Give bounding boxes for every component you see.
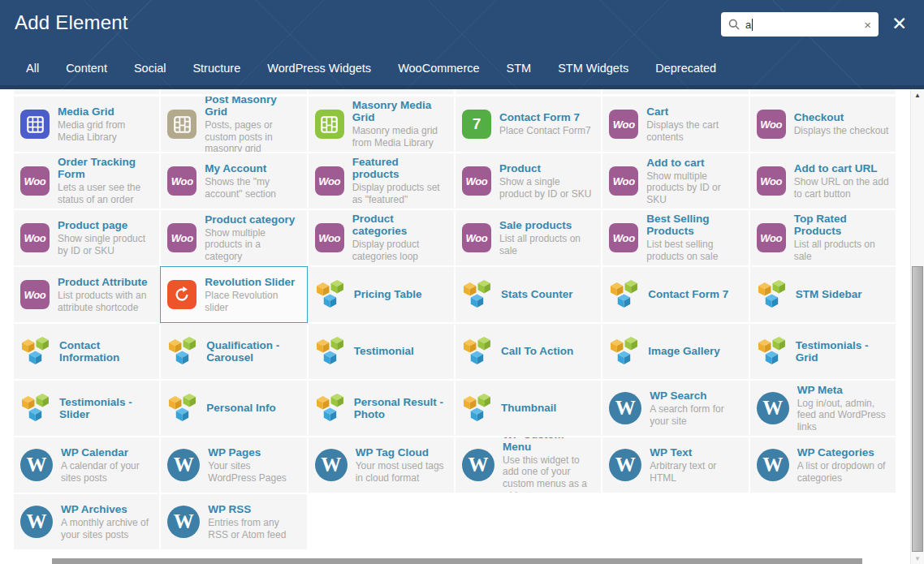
element-card-wp-tag-cloud[interactable]: WWP Tag CloudYour most used tags in clou… xyxy=(309,437,454,493)
element-card-partial[interactable] xyxy=(161,89,306,94)
element-card-product-page[interactable]: WooProduct pageShow single product by ID… xyxy=(14,210,159,265)
element-card-product-category[interactable]: WooProduct categoryShow multiple product… xyxy=(161,210,306,265)
element-card-text: ProductShow a single product by ID or SK… xyxy=(499,162,594,200)
element-card-partial[interactable] xyxy=(456,89,601,94)
search-input-value[interactable]: a xyxy=(745,19,751,31)
element-title: Contact Form 7 xyxy=(648,288,741,300)
element-card-contact-information[interactable]: Contact Information xyxy=(14,324,159,379)
element-card-personal-info[interactable]: Personal Info xyxy=(161,381,306,436)
element-card-product-categories[interactable]: WooProduct categoriesDisplay product cat… xyxy=(309,210,454,265)
element-title: Qualification - Carousel xyxy=(206,339,300,364)
tab-stm-widgets[interactable]: STM Widgets xyxy=(558,62,628,75)
element-card-text: Media GridMedia grid from Media Library xyxy=(58,105,153,143)
element-card-featured-products[interactable]: WooFeatured productsDisplay products set… xyxy=(309,153,454,209)
element-title: Order Tracking Form xyxy=(58,156,153,180)
element-card-personal-result-photo[interactable]: Personal Result - Photo xyxy=(309,381,454,436)
search-input[interactable]: a × xyxy=(721,12,879,37)
element-card-text: WP ArchivesA monthly archive of your sit… xyxy=(61,503,153,540)
wordpress-icon: W xyxy=(757,392,789,424)
element-card-contact-form-7[interactable]: 7Contact Form 7Place Contact Form7 xyxy=(456,97,601,152)
tab-structure[interactable]: Structure xyxy=(192,62,240,75)
element-card-text: Product AttributeList products with an a… xyxy=(58,276,153,313)
tab-woocommerce[interactable]: WooCommerce xyxy=(398,62,479,75)
element-card-thumbnail[interactable]: Thumbnail xyxy=(456,381,601,436)
partial-row xyxy=(14,89,896,94)
element-description: Posts, pages or custom posts in masonry … xyxy=(205,119,300,152)
element-card-call-to-action[interactable]: Call To Action xyxy=(456,324,601,379)
element-card-checkout[interactable]: WooCheckoutDisplays the checkout xyxy=(750,97,896,152)
element-card-masonry-media-grid[interactable]: Masonry Media GridMasonry media grid fro… xyxy=(309,97,454,152)
element-card-partial[interactable] xyxy=(14,89,159,94)
element-card-testimonials-grid[interactable]: Testimonials - Grid xyxy=(750,324,896,379)
woocommerce-icon: Woo xyxy=(757,166,786,196)
scrollbar-thumb[interactable] xyxy=(912,266,923,552)
element-card-partial[interactable] xyxy=(750,89,896,94)
element-title: Product page xyxy=(58,219,153,231)
stm-cubes-icon xyxy=(462,336,493,367)
tab-wordpress-widgets[interactable]: WordPress Widgets xyxy=(267,62,371,75)
close-icon[interactable]: ✕ xyxy=(892,13,907,35)
element-card-testimonial[interactable]: Testimonial xyxy=(309,324,454,379)
element-card-wp-archives[interactable]: WWP ArchivesA monthly archive of your si… xyxy=(14,494,159,549)
element-card-product[interactable]: WooProductShow a single product by ID or… xyxy=(456,153,601,209)
element-card-contact-form-7[interactable]: Contact Form 7 xyxy=(602,267,748,322)
element-card-stm-sidebar[interactable]: STM Sidebar xyxy=(750,267,896,322)
wordpress-icon: W xyxy=(462,449,494,481)
element-card-top-rated-products[interactable]: WooTop Rated ProductsList all products o… xyxy=(750,210,896,265)
element-card-partial[interactable] xyxy=(602,89,748,94)
element-card-wp-rss[interactable]: WWP RSSEntries from any RSS or Atom feed xyxy=(161,494,306,549)
element-card-sale-products[interactable]: WooSale productsList all products on sal… xyxy=(456,210,601,265)
element-card-order-tracking-form[interactable]: WooOrder Tracking FormLets a user see th… xyxy=(14,153,159,209)
element-card-post-masonry-grid[interactable]: Post Masonry GridPosts, pages or custom … xyxy=(161,97,306,152)
woocommerce-icon: Woo xyxy=(462,166,491,196)
element-card-text: WP Custom MenuUse this widget to add one… xyxy=(503,437,594,493)
element-card-text: Post Masonry GridPosts, pages or custom … xyxy=(205,97,300,152)
element-card-image-gallery[interactable]: Image Gallery xyxy=(602,324,748,379)
element-card-text: Top Rated ProductsList all products on s… xyxy=(794,213,889,262)
element-title: Image Gallery xyxy=(648,345,741,357)
element-card-product-attribute[interactable]: WooProduct AttributeList products with a… xyxy=(14,267,159,322)
stm-cubes-icon xyxy=(315,336,346,367)
scroll-up-icon[interactable]: ▲ xyxy=(911,92,924,99)
element-card-wp-text[interactable]: WWP TextArbitrary text or HTML xyxy=(602,437,748,493)
vertical-scrollbar[interactable]: ▲ ▼ xyxy=(910,89,924,564)
element-card-wp-pages[interactable]: WWP PagesYour sites WordPress Pages xyxy=(161,437,306,493)
element-card-my-account[interactable]: WooMy AccountShows the "my account" sect… xyxy=(161,153,306,209)
element-card-best-selling-products[interactable]: WooBest Selling ProductsList best sellin… xyxy=(602,210,748,265)
element-card-wp-meta[interactable]: WWP MetaLog in/out, admin, feed and Word… xyxy=(750,381,896,436)
element-card-testimonials-slider[interactable]: Testimonials - Slider xyxy=(14,381,159,436)
element-card-add-to-cart[interactable]: WooAdd to cartShow multiple products by … xyxy=(602,153,748,209)
element-card-cart[interactable]: WooCartDisplays the cart contents xyxy=(602,97,748,152)
stm-cubes-icon xyxy=(167,336,198,367)
element-title: Add to cart URL xyxy=(794,162,889,174)
element-card-text: Image Gallery xyxy=(648,345,741,357)
tab-social[interactable]: Social xyxy=(134,62,166,75)
element-description: Shows the "my account" section xyxy=(205,176,300,200)
stm-cubes-icon xyxy=(20,336,51,367)
modal-header: Add Element a × ✕ AllContentSocialStruct… xyxy=(0,0,924,89)
element-card-wp-custom-menu[interactable]: WWP Custom MenuUse this widget to add on… xyxy=(456,437,601,493)
element-card-media-grid[interactable]: Media GridMedia grid from Media Library xyxy=(14,97,159,152)
tab-deprecated[interactable]: Deprecated xyxy=(655,62,716,75)
element-description: Display product categories loop xyxy=(352,239,447,262)
element-card-partial[interactable] xyxy=(309,89,454,94)
stm-cubes-icon xyxy=(167,393,198,424)
element-title: Revolution Slider xyxy=(205,276,300,288)
element-card-pricing-table[interactable]: Pricing Table xyxy=(309,267,454,322)
clear-search-icon[interactable]: × xyxy=(864,19,871,31)
element-card-revolution-slider[interactable]: Revolution SliderPlace Revolution slider xyxy=(161,267,306,322)
element-card-wp-search[interactable]: WWP SearchA search form for your site xyxy=(602,381,748,436)
tab-all[interactable]: All xyxy=(26,62,39,75)
scroll-down-icon[interactable]: ▼ xyxy=(911,555,924,562)
tab-stm[interactable]: STM xyxy=(507,62,532,75)
element-card-wp-calendar[interactable]: WWP CalendarA calendar of your sites pos… xyxy=(14,437,159,493)
element-title: Personal Info xyxy=(206,402,300,414)
element-card-stats-counter[interactable]: Stats Counter xyxy=(456,267,601,322)
tab-content[interactable]: Content xyxy=(66,62,107,75)
woocommerce-icon: Woo xyxy=(315,223,344,252)
element-card-qualification-carousel[interactable]: Qualification - Carousel xyxy=(161,324,306,379)
element-card-text: WP Tag CloudYour most used tags in cloud… xyxy=(356,446,447,484)
element-card-add-to-cart-url[interactable]: WooAdd to cart URLShow URL on the add to… xyxy=(750,153,896,209)
element-card-wp-categories[interactable]: WWP CategoriesA list or dropdown of cate… xyxy=(750,437,896,493)
revolution-slider-icon xyxy=(167,280,196,309)
